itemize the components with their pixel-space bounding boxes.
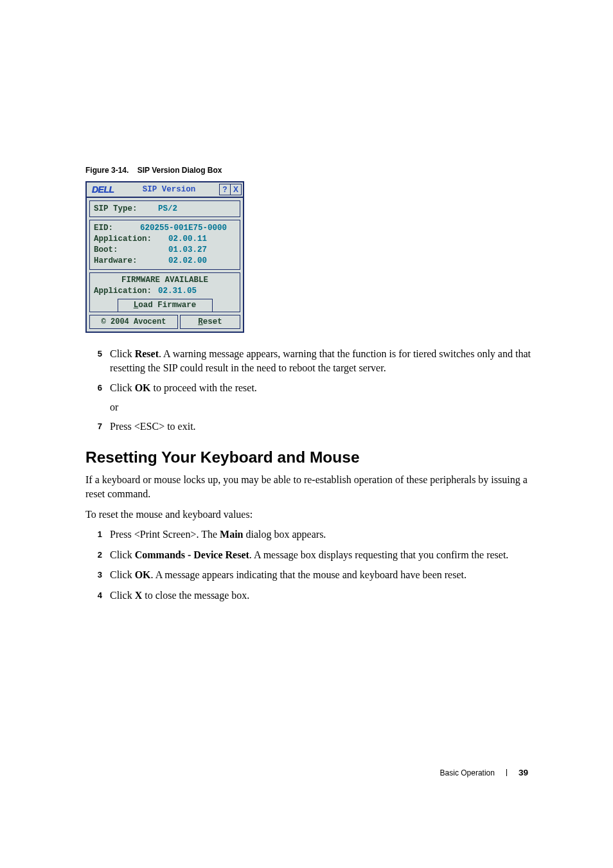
sip-info-panel: EID: 620255-001E75-0000 Application: 02.… [89, 220, 240, 270]
dialog-footer: © 2004 Avocent Reset [89, 315, 240, 329]
paragraph-1: If a keyboard or mouse locks up, you may… [85, 473, 531, 500]
step-text: Click OK to proceed with the reset. [110, 381, 531, 395]
eid-row: EID: 620255-001E75-0000 [94, 223, 236, 234]
step-1: 1 Press <Print Screen>. The Main dialog … [85, 527, 531, 542]
step-3: 3 Click OK. A message appears indicating… [85, 568, 531, 582]
load-firmware-rest: oad Firmware [138, 301, 196, 310]
step-2: 2 Click Commands - Device Reset. A messa… [85, 548, 531, 562]
hw-value: 02.02.00 [168, 256, 207, 267]
step-text: Click Reset. A warning message appears, … [110, 347, 531, 375]
firmware-heading: FIRMWARE AVAILABLE [90, 273, 240, 286]
hw-row: Hardware: 02.02.00 [94, 256, 236, 267]
dell-logo: DELL [87, 184, 119, 195]
app-row: Application: 02.00.11 [94, 234, 236, 245]
figure-caption: Figure 3-14. SIP Version Dialog Box [85, 166, 531, 175]
figure-caption-title: SIP Version Dialog Box [138, 166, 222, 175]
step-5: 5 Click Reset. A warning message appears… [85, 347, 531, 375]
step-num: 6 [85, 381, 110, 395]
sip-type-row: SIP Type: PS/2 [89, 200, 240, 217]
dialog-title-buttons: ? X [219, 184, 243, 195]
dell-logo-text: DELL [92, 184, 114, 195]
step-4: 4 Click X to close the message box. [85, 589, 531, 603]
sip-version-dialog: DELL SIP Version ? X SIP Type: PS/2 EID:… [85, 181, 244, 333]
footer-divider [506, 769, 507, 776]
footer-section: Basic Operation [440, 768, 495, 777]
dialog-titlebar: DELL SIP Version ? X [87, 182, 243, 198]
boot-row: Boot: 01.03.27 [94, 245, 236, 256]
step-num: 4 [85, 589, 110, 603]
boot-value: 01.03.27 [168, 245, 207, 256]
firmware-app-row: Application: 02.31.05 [90, 286, 240, 299]
step-num: 5 [85, 347, 110, 375]
reset-accel: R [198, 317, 203, 326]
step-num: 3 [85, 568, 110, 582]
steps-first: 5 Click Reset. A warning message appears… [85, 347, 531, 433]
figure-caption-prefix: Figure 3-14. [85, 166, 129, 175]
help-icon: ? [222, 185, 227, 194]
steps-second: 1 Press <Print Screen>. The Main dialog … [85, 527, 531, 602]
firmware-panel: FIRMWARE AVAILABLE Application: 02.31.05… [89, 272, 240, 312]
help-button[interactable]: ? [219, 184, 231, 195]
step-7: 7 Press <ESC> to exit. [85, 420, 531, 434]
step-num: 1 [85, 527, 110, 542]
step-text: Click OK. A message appears indicating t… [110, 568, 531, 582]
step-text: Press <Print Screen>. The Main dialog bo… [110, 527, 531, 542]
dialog-title: SIP Version [119, 185, 219, 194]
reset-rest: eset [203, 317, 222, 326]
step-text: Press <ESC> to exit. [110, 420, 531, 434]
step-6: 6 Click OK to proceed with the reset. [85, 381, 531, 395]
content-area: Figure 3-14. SIP Version Dialog Box DELL… [85, 166, 531, 609]
app-label: Application: [94, 234, 158, 245]
paragraph-2: To reset the mouse and keyboard values: [85, 508, 531, 522]
close-button[interactable]: X [230, 184, 242, 195]
step-num: 2 [85, 548, 110, 562]
page-footer: Basic Operation 39 [440, 768, 528, 777]
eid-value: 620255-001E75-0000 [140, 223, 227, 234]
fw-app-label: Application: [94, 286, 158, 297]
hw-label: Hardware: [94, 256, 158, 267]
sip-type-value: PS/2 [158, 204, 177, 213]
close-icon: X [233, 185, 238, 194]
step-num: 7 [85, 420, 110, 434]
step-text: Click X to close the message box. [110, 589, 531, 603]
page: Figure 3-14. SIP Version Dialog Box DELL… [0, 0, 613, 868]
fw-app-value: 02.31.05 [158, 286, 197, 297]
reset-button[interactable]: Reset [180, 315, 240, 329]
load-firmware-button[interactable]: Load Firmware [118, 299, 213, 312]
footer-page: 39 [519, 768, 528, 777]
sip-type-label: SIP Type: [94, 204, 158, 213]
app-value: 02.00.11 [168, 234, 207, 245]
or-text: or [110, 402, 531, 413]
boot-label: Boot: [94, 245, 158, 256]
copyright-text: © 2004 Avocent [89, 315, 178, 329]
step-text: Click Commands - Device Reset. A message… [110, 548, 531, 562]
section-heading: Resetting Your Keyboard and Mouse [85, 448, 531, 466]
